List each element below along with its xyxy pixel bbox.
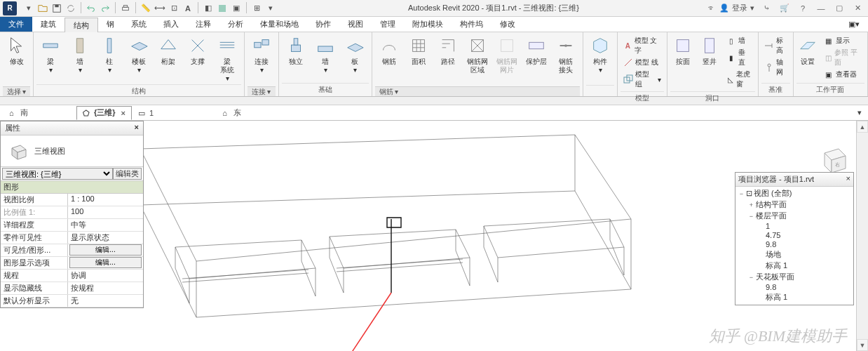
select-panel-label[interactable]: 选择 ▾ [3,86,30,96]
level-button[interactable]: 标高 [763,35,789,56]
connect-panel-label[interactable]: 连接 ▾ [247,86,276,96]
foundation-0-button[interactable]: 独立 [282,34,310,67]
rebar-2-button[interactable]: 路径 [434,34,462,67]
rebar-1-button[interactable]: 面积 [405,34,433,67]
view-tab-1[interactable]: ▭1 [132,106,160,120]
tree-node-3[interactable]: 4.75 [738,231,853,240]
ribbon-minimize-icon[interactable]: ▣▾ [840,17,868,32]
tab-view[interactable]: 视图 [339,17,372,32]
minimize-button[interactable]: — [815,2,827,15]
text-icon[interactable]: A [182,2,194,15]
prop-row-7[interactable]: 显示隐藏线按规程 [1,282,143,295]
login-label[interactable]: 登录 [732,3,747,13]
prop-edit-5-button[interactable]: 编辑... [69,257,142,268]
tree-node-6[interactable]: 标高 1 [738,260,853,272]
close-button[interactable]: ✕ [851,2,864,15]
struct-4-button[interactable]: 桁架 [154,34,182,67]
section-icon[interactable]: ◧ [202,2,215,15]
struct-3-button[interactable]: 楼板▾ [125,34,153,76]
component-button[interactable]: 构件▾ [586,34,614,76]
foundation-2-button[interactable]: 板▾ [341,34,369,76]
qat-dropdown-icon[interactable]: ▾ [264,2,277,15]
undo-icon[interactable] [85,2,97,15]
close-inactive-icon[interactable]: ▣ [230,2,243,15]
set-workplane-button[interactable]: 设置 [796,34,820,67]
struct-5-button[interactable]: 支撑 [184,34,212,67]
print-icon[interactable] [119,2,132,15]
tab-insert[interactable]: 插入 [155,17,187,32]
binoculars-icon[interactable]: ᯤ [707,3,717,13]
model-group-button[interactable]: 模型 组 ▾ [622,69,663,90]
rebar-5-button[interactable]: 保护层 [522,34,550,67]
tab-annotate[interactable]: 注释 [187,17,219,32]
tree-root[interactable]: −⊡视图 (全部) [738,188,853,199]
login-user-icon[interactable]: 👤 [719,4,729,13]
tab-modify[interactable]: 修改 [491,17,524,32]
properties-close-icon[interactable]: × [135,123,139,133]
tree-node-0[interactable]: +结构平面 [738,199,853,211]
view-canvas[interactable]: 右 属性× 三维视图 三维视图: {三维} 编辑类 图形 视图比例1 : 100… [0,121,868,351]
scroll-down-icon[interactable]: ▼ [857,339,868,351]
struct-1-button[interactable]: 墙▾ [66,34,94,76]
view-tab-south[interactable]: ⌂南 [3,106,34,120]
view-tab-3d[interactable]: ⬠{三维}× [76,106,132,120]
align-dim-icon[interactable]: ⟷ [154,2,166,15]
tag-icon[interactable]: ⊡ [168,2,180,15]
rebar-3-button[interactable]: 钢筋网区域 [463,34,491,76]
model-text-button[interactable]: A模型 文字 [622,35,663,56]
tree-node-2[interactable]: 1 [738,222,853,231]
scroll-up-icon[interactable]: ▲ [857,121,868,133]
tree-node-7[interactable]: −天花板平面 [738,272,853,283]
edit-type-button[interactable]: 编辑类 [113,168,142,180]
tab-massing[interactable]: 体量和场地 [252,17,307,32]
model-line-button[interactable]: 模型 线 [622,57,663,68]
tab-collab[interactable]: 协作 [307,17,339,32]
instance-selector[interactable]: 三维视图: {三维} [2,168,113,180]
struct-6-button[interactable]: 梁系统▾ [213,34,241,84]
prop-row-8[interactable]: 默认分析显示无 [1,295,143,307]
tab-structure[interactable]: 结构 [65,18,98,32]
switch-window-icon[interactable]: ⊞ [250,2,263,15]
view-tabs-overflow[interactable]: ▾ [851,106,868,120]
cart-icon[interactable]: 🛒 [778,2,791,15]
foundation-1-button[interactable]: 墙▾ [311,34,339,76]
grid-button[interactable]: 轴网 [763,57,789,78]
rebar-panel-label[interactable]: 钢筋 ▾ [375,86,580,96]
rebar-6-button[interactable]: 钢筋接头 [552,34,580,76]
viewer-button[interactable]: ▣查看器 [822,69,863,80]
qat-triangle-icon[interactable]: ▾ [22,2,35,15]
opening-dormer-button[interactable]: ◺老虎窗 [725,69,753,90]
prop-row-6[interactable]: 规程协调 [1,270,143,282]
tab-addins[interactable]: 附加模块 [404,17,452,32]
tab-manage[interactable]: 管理 [372,17,404,32]
tab-file[interactable]: 文件 [0,17,32,32]
save-icon[interactable] [50,2,63,15]
prop-row-3[interactable]: 零件可见性显示原状态 [1,232,143,244]
tree-node-8[interactable]: 9.8 [738,283,853,292]
opening-shaft-button[interactable]: 竖井 [697,34,722,67]
type-selector[interactable]: 三维视图 [1,135,143,167]
browser-close-icon[interactable]: × [846,174,850,185]
maximize-button[interactable]: ▢ [833,2,846,15]
close-tab-icon[interactable]: × [121,109,126,117]
tree-node-5[interactable]: 场地 [738,249,853,260]
tree-node-1[interactable]: −楼层平面 [738,211,853,222]
ref-plane-button[interactable]: ◫参照 平面 [822,47,863,68]
prop-edit-4-button[interactable]: 编辑... [69,244,142,256]
redo-icon[interactable] [99,2,111,15]
exchange-icon[interactable]: ⤷ [760,2,773,15]
prop-row-1[interactable]: 比例值 1:100 [1,206,143,219]
show-workplane-button[interactable]: ▦显示 [822,35,863,46]
view-cube[interactable]: 右 [818,142,848,173]
sync-icon[interactable] [65,2,77,15]
view-tab-east[interactable]: ⌂东 [216,106,247,120]
prop-row-0[interactable]: 视图比例1 : 100 [1,194,143,206]
group-graphics[interactable]: 图形 [1,181,143,194]
opening-vertical-button[interactable]: ▮垂直 [725,47,753,68]
modify-button[interactable]: 修改 [3,34,30,67]
tab-steel[interactable]: 钢 [98,17,123,32]
open-icon[interactable] [36,2,49,15]
tree-node-4[interactable]: 9.8 [738,240,853,249]
opening-wall-button[interactable]: ▯墙 [725,35,753,46]
login-dropdown-icon[interactable]: ▾ [750,4,754,13]
